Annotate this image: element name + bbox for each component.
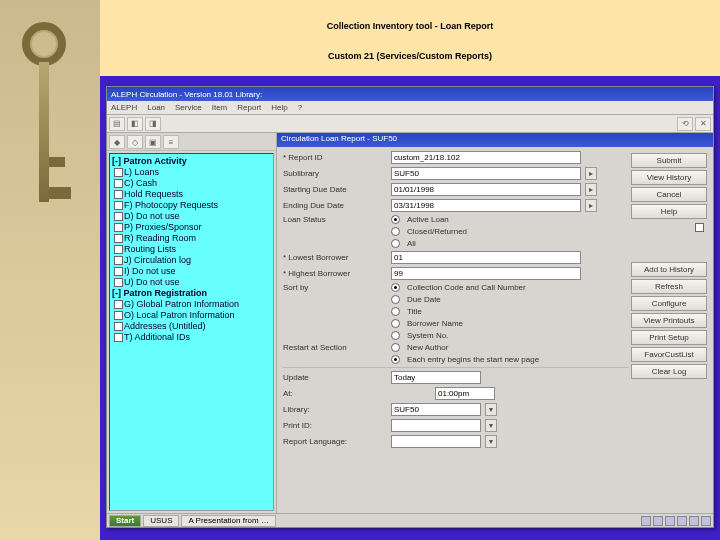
radio-sort-borrower[interactable] bbox=[391, 319, 400, 328]
toolbar-btn-1[interactable]: ▤ bbox=[109, 117, 125, 131]
tree-item-dnu3[interactable]: U) Do not use bbox=[112, 277, 271, 288]
radio-sort-title[interactable] bbox=[391, 307, 400, 316]
lang-input[interactable] bbox=[391, 435, 481, 448]
clear-log-button[interactable]: Clear Log bbox=[631, 364, 707, 379]
task-1[interactable]: USUS bbox=[143, 515, 179, 527]
menu-item[interactable]: Item bbox=[212, 103, 228, 112]
radio-sort-collection[interactable] bbox=[391, 283, 400, 292]
favorcustlist-button[interactable]: FavorCustList bbox=[631, 347, 707, 362]
update-input[interactable]: Today bbox=[391, 371, 481, 384]
view-printouts-button[interactable]: View Printouts bbox=[631, 313, 707, 328]
tray-icon[interactable] bbox=[665, 516, 675, 526]
end-due-input[interactable]: 03/31/1998 bbox=[391, 199, 581, 212]
report-id-input[interactable]: custom_21/18.102 bbox=[391, 151, 581, 164]
tree-item-circlog[interactable]: J) Circulation log bbox=[112, 255, 271, 266]
tree-item-routing[interactable]: Routing Lists bbox=[112, 244, 271, 255]
slide-title: Collection Inventory tool - Loan Report … bbox=[100, 0, 720, 76]
tray-icon[interactable] bbox=[641, 516, 651, 526]
tree-item-additional-ids[interactable]: T) Additional IDs bbox=[112, 332, 271, 343]
lowest-input[interactable]: 01 bbox=[391, 251, 581, 264]
tree-item-reading[interactable]: R) Reading Room bbox=[112, 233, 271, 244]
tree-item-loans[interactable]: L) Loans bbox=[112, 167, 271, 178]
menu-unknown[interactable]: ? bbox=[298, 103, 302, 112]
tray-icon[interactable] bbox=[701, 516, 711, 526]
report-id-label: * Report ID bbox=[283, 153, 387, 162]
radio-sort-sysno[interactable] bbox=[391, 331, 400, 340]
submit-button[interactable]: Submit bbox=[631, 153, 707, 168]
tree-header-patron-activity[interactable]: [-] Patron Activity bbox=[112, 156, 271, 167]
toolbar-btn-2[interactable]: ◧ bbox=[127, 117, 143, 131]
nav-tab-3[interactable]: ▣ bbox=[145, 135, 161, 149]
view-history-button[interactable]: View History bbox=[631, 170, 707, 185]
sublibrary-picker-icon[interactable]: ▸ bbox=[585, 167, 597, 180]
menu-loan[interactable]: Loan bbox=[147, 103, 165, 112]
start-due-label: Starting Due Date bbox=[283, 185, 387, 194]
menubar: ALEPH Loan Service Item Report Help ? bbox=[107, 101, 713, 115]
toolbar-btn-3[interactable]: ◨ bbox=[145, 117, 161, 131]
at-label: At: bbox=[283, 389, 387, 398]
tree-item-photocopy[interactable]: F) Photocopy Requests bbox=[112, 200, 271, 211]
print-setup-button[interactable]: Print Setup bbox=[631, 330, 707, 345]
end-due-picker-icon[interactable]: ▸ bbox=[585, 199, 597, 212]
slide-area: Collection Inventory tool - Loan Report … bbox=[100, 0, 720, 540]
start-button[interactable]: Start bbox=[109, 515, 141, 527]
radio-active-loan[interactable] bbox=[391, 215, 400, 224]
sort-label: Sort by bbox=[283, 283, 387, 292]
tree-item-hold[interactable]: Hold Requests bbox=[112, 189, 271, 200]
start-due-picker-icon[interactable]: ▸ bbox=[585, 183, 597, 196]
task-2[interactable]: A Presentation from … bbox=[181, 515, 275, 527]
configure-button[interactable]: Configure bbox=[631, 296, 707, 311]
toolbar-btn-r2[interactable]: ✕ bbox=[695, 117, 711, 131]
printid-input[interactable] bbox=[391, 419, 481, 432]
highest-input[interactable]: 99 bbox=[391, 267, 581, 280]
highest-label: * Highest Borrower bbox=[283, 269, 387, 278]
tree-item-dnu2[interactable]: I) Do not use bbox=[112, 266, 271, 277]
toolbar-btn-r1[interactable]: ⟲ bbox=[677, 117, 693, 131]
end-due-label: Ending Due Date bbox=[283, 201, 387, 210]
menu-service[interactable]: Service bbox=[175, 103, 202, 112]
form-panel: Circulation Loan Report - SUF50 * Report… bbox=[277, 133, 713, 513]
help-button[interactable]: Help bbox=[631, 204, 707, 219]
library-picker-icon[interactable]: ▾ bbox=[485, 403, 497, 416]
toolbar: ▤ ◧ ◨ ⟲ ✕ bbox=[107, 115, 713, 133]
tree-item-proxies[interactable]: P) Proxies/Sponsor bbox=[112, 222, 271, 233]
tree-item-addresses[interactable]: Addresses (Untitled) bbox=[112, 321, 271, 332]
radio-all[interactable] bbox=[391, 239, 400, 248]
sublibrary-input[interactable]: SUF50 bbox=[391, 167, 581, 180]
printid-label: Print ID: bbox=[283, 421, 387, 430]
nav-tab-4[interactable]: ≡ bbox=[163, 135, 179, 149]
tree-item-dnu1[interactable]: D) Do not use bbox=[112, 211, 271, 222]
radio-restart-newpage[interactable] bbox=[391, 355, 400, 364]
checkbox-unknown[interactable] bbox=[695, 223, 704, 232]
library-label: Library: bbox=[283, 405, 387, 414]
slide-title-line2: Custom 21 (Services/Custom Reports) bbox=[328, 51, 492, 61]
start-due-input[interactable]: 01/01/1998 bbox=[391, 183, 581, 196]
at-input[interactable]: 01:00pm bbox=[435, 387, 495, 400]
nav-tab-2[interactable]: ◇ bbox=[127, 135, 143, 149]
nav-tab-1[interactable]: ◆ bbox=[109, 135, 125, 149]
radio-sort-sysno-label: System No. bbox=[407, 331, 448, 340]
tree-header-patron-reg[interactable]: [-] Patron Registration bbox=[112, 288, 271, 299]
library-input[interactable]: SUF50 bbox=[391, 403, 481, 416]
menu-aleph[interactable]: ALEPH bbox=[111, 103, 137, 112]
tree-item-global[interactable]: G) Global Patron Information bbox=[112, 299, 271, 310]
radio-closed[interactable] bbox=[391, 227, 400, 236]
tray-icon[interactable] bbox=[677, 516, 687, 526]
refresh-button[interactable]: Refresh bbox=[631, 279, 707, 294]
lang-label: Report Language: bbox=[283, 437, 387, 446]
tree-item-local[interactable]: O) Local Patron Information bbox=[112, 310, 271, 321]
nav-tree[interactable]: [-] Patron Activity L) Loans C) Cash Hol… bbox=[109, 153, 274, 511]
menu-help[interactable]: Help bbox=[271, 103, 287, 112]
tray-icon[interactable] bbox=[689, 516, 699, 526]
printid-picker-icon[interactable]: ▾ bbox=[485, 419, 497, 432]
menu-report[interactable]: Report bbox=[237, 103, 261, 112]
slide-title-line1: Collection Inventory tool - Loan Report bbox=[327, 21, 494, 31]
radio-sort-due[interactable] bbox=[391, 295, 400, 304]
system-tray bbox=[641, 516, 711, 526]
tray-icon[interactable] bbox=[653, 516, 663, 526]
radio-restart-author[interactable] bbox=[391, 343, 400, 352]
add-history-button[interactable]: Add to History bbox=[631, 262, 707, 277]
lang-picker-icon[interactable]: ▾ bbox=[485, 435, 497, 448]
cancel-button[interactable]: Cancel bbox=[631, 187, 707, 202]
tree-item-cash[interactable]: C) Cash bbox=[112, 178, 271, 189]
